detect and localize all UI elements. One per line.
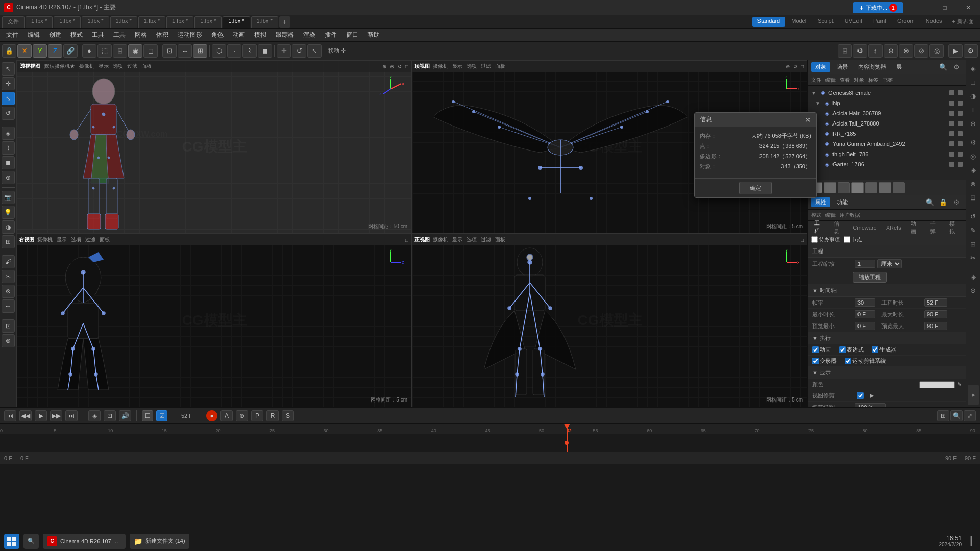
check-node-input[interactable] [844, 236, 850, 243]
obj-hair[interactable]: ◈ Acicia Hair_306789 [808, 108, 966, 118]
standard-tab[interactable]: Standard [752, 17, 786, 27]
prop-scale-unit[interactable]: 厘米 [877, 259, 902, 268]
dialog-ok-button[interactable]: 确定 [739, 182, 772, 194]
obj-vis-garter1[interactable] [949, 162, 954, 167]
vp-panel-top[interactable]: 面板 [494, 63, 506, 70]
taskbar-c4d[interactable]: C Cinema 4D R26.107 - [1.fbx *] - ... [43, 534, 126, 549]
vp-icon-3[interactable]: ↺ [397, 64, 403, 69]
edge-icon-10[interactable]: ⊡ [967, 191, 979, 204]
file-tab[interactable]: 文件 [2, 16, 24, 28]
obj-vis-garter2[interactable] [958, 162, 963, 167]
select-move[interactable]: ↔ [178, 44, 192, 58]
tool-deform[interactable]: ⊞ [2, 235, 15, 248]
snap-extra1[interactable]: ⊘ [914, 44, 928, 58]
vp-icon-top-3[interactable]: □ [800, 64, 805, 69]
obj-tail[interactable]: ◈ Acicia Tail_278880 [808, 118, 966, 129]
mode-userdata[interactable]: 用户数据 [839, 212, 861, 219]
obj-garter[interactable]: ◈ Garter_1786 [808, 159, 966, 169]
tl-zoom-fit[interactable]: ⊞ [937, 410, 949, 421]
tab-attributes[interactable]: 属性 [811, 197, 830, 207]
obj-gear-icon[interactable]: ⚙ [950, 61, 963, 73]
mat-swatch-7[interactable] [893, 182, 905, 193]
playhead[interactable] [567, 424, 568, 452]
edge-icon-8[interactable]: ◈ [967, 164, 979, 176]
tool-mirror[interactable]: ↔ [2, 299, 15, 313]
minimize-button[interactable]: — [910, 0, 933, 15]
menu-tracker[interactable]: 跟踪器 [272, 29, 298, 41]
vp-options-right[interactable]: 选项 [70, 236, 82, 243]
edge-icon-14[interactable]: ✂ [967, 252, 979, 264]
move-tool[interactable]: ✛ [277, 44, 291, 58]
edge-icon-15[interactable]: ◈ [967, 270, 979, 283]
vp-display-right[interactable]: 显示 [56, 236, 68, 243]
sub-object[interactable]: 对象 [853, 77, 865, 84]
start-button[interactable] [4, 534, 19, 549]
nodes-tab[interactable]: Nodes [921, 17, 947, 27]
tab-functions[interactable]: 功能 [832, 197, 852, 207]
vp-menu-options[interactable]: 选项 [112, 63, 124, 70]
fbx-tab-7[interactable]: 1.fbx * [194, 16, 222, 28]
prop-scale-input[interactable] [855, 260, 875, 268]
obj-vis-yuna1[interactable] [949, 141, 954, 146]
snap-extra2[interactable]: ◎ [929, 44, 944, 58]
check-node[interactable]: 节点 [844, 236, 862, 243]
exec-deform-check[interactable]: 变形器 [812, 357, 837, 365]
prop-mintime-input[interactable] [855, 310, 875, 318]
fbx-tab-6[interactable]: 1.fbx * [166, 16, 193, 28]
edge-icon-2[interactable]: □ [967, 76, 979, 88]
vp-display-front[interactable]: 显示 [451, 236, 463, 243]
sub-bookmark[interactable]: 书签 [881, 77, 894, 84]
mode-coord[interactable]: 编辑 [824, 212, 837, 219]
vp-panel-right[interactable]: 面板 [99, 236, 111, 243]
vp-filter-right[interactable]: 过滤 [84, 236, 96, 243]
tool-magnet[interactable]: ⊗ [2, 285, 15, 298]
tool-poly[interactable]: ◼ [2, 156, 15, 169]
exec-gen-check[interactable]: 生成器 [872, 346, 896, 354]
exec-gen-input[interactable] [872, 346, 878, 353]
vp-icon-1[interactable]: ⊕ [381, 64, 387, 69]
edge-icon-9[interactable]: ⊗ [967, 178, 979, 190]
vp-filter-front[interactable]: 过滤 [480, 236, 492, 243]
props-gear-icon[interactable]: ⚙ [950, 196, 963, 209]
section-exec-expand[interactable]: ▼ [812, 335, 818, 341]
vp-panel-front[interactable]: 面板 [494, 236, 506, 243]
sub-edit[interactable]: 编辑 [824, 77, 837, 84]
menu-tools[interactable]: 工具 [88, 29, 108, 41]
paint-tab[interactable]: Paint [868, 17, 891, 27]
fbx-tab-4[interactable]: 1.fbx * [110, 16, 137, 28]
select-scale[interactable]: ⊞ [193, 44, 207, 58]
obj-vis2[interactable] [958, 90, 963, 95]
render-settings[interactable]: ⚙ [964, 44, 978, 58]
tl-btn-play[interactable]: ▶ [35, 410, 47, 421]
maximize-button[interactable]: □ [933, 0, 957, 15]
coord-link[interactable]: 🔗 [63, 44, 78, 58]
edge-mode[interactable]: ⌇ [242, 44, 257, 58]
tool-material[interactable]: ◑ [2, 220, 15, 234]
tool-camera[interactable]: 📷 [2, 191, 15, 204]
tl-key-rot[interactable]: R [266, 410, 279, 421]
prop-prevmax-input[interactable] [924, 322, 947, 330]
expand-panel-button[interactable]: ▶ [968, 385, 979, 405]
tl-btn-start[interactable]: ⏮ [4, 410, 16, 421]
dialog-close-button[interactable]: ✕ [805, 116, 811, 124]
prop-duration-input[interactable] [924, 298, 947, 307]
tl-key-scl[interactable]: S [282, 410, 294, 421]
tl-zoom-out[interactable]: 🔍 [950, 410, 963, 421]
menu-simulate[interactable]: 模拟 [250, 29, 271, 41]
tl-mode-2[interactable]: ☑ [156, 410, 167, 421]
obj-rr7185[interactable]: ◈ RR_7185 [808, 129, 966, 139]
tl-btn-audio[interactable]: 🔊 [119, 410, 131, 421]
obj-vis-tail2[interactable] [958, 121, 963, 126]
edge-icon-3[interactable]: ◑ [967, 90, 979, 102]
mat-swatch-3[interactable] [838, 182, 850, 193]
viewport-perspective[interactable]: CG模型主 www.CGMXW.com 透视视图 默认摄像机★ 摄像机 显示 选… [16, 60, 412, 234]
menu-animate[interactable]: 动画 [229, 29, 249, 41]
sub-tag[interactable]: 标签 [867, 77, 879, 84]
download-button[interactable]: ⬇ 下载中... 1 [853, 2, 903, 13]
coord-z[interactable]: Z [48, 44, 62, 58]
tl-btn-end[interactable]: ⏭ [65, 410, 78, 421]
tool-scale[interactable]: ⤡ [2, 92, 15, 105]
taskbar-explorer[interactable]: 📁 新建文件夹 (14) [130, 534, 189, 549]
vp-camera-top[interactable]: 摄像机 [432, 63, 449, 70]
sculpt-tab[interactable]: Sculpt [813, 17, 839, 27]
